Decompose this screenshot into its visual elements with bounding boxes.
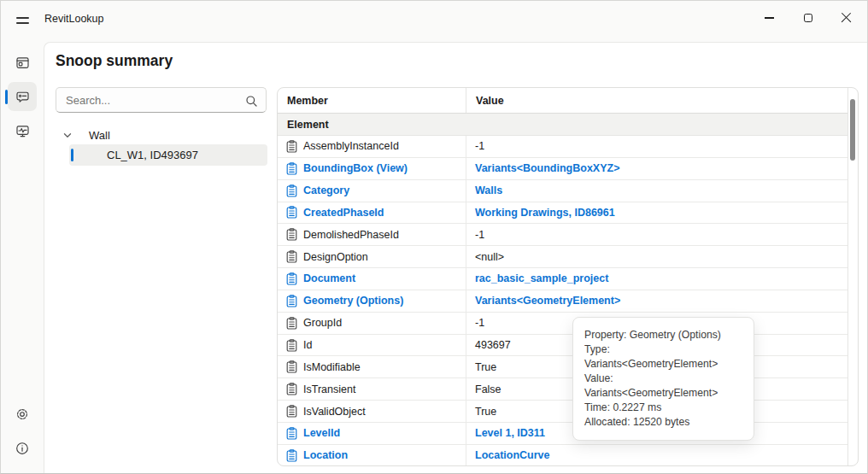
close-button[interactable] — [827, 1, 865, 35]
member-value: False — [475, 383, 501, 395]
table-row[interactable]: BoundingBox (View)Variants<BoundingBoxXY… — [278, 158, 847, 180]
minimize-icon — [765, 17, 774, 18]
content-card: Snoop summary Wall CL_W1, ID493697 — [44, 42, 867, 473]
member-value: -1 — [475, 317, 484, 329]
member-value: Working Drawings, ID86961 — [475, 207, 615, 219]
hamburger-icon — [16, 17, 29, 19]
table-row[interactable]: CreatedPhaseIdWorking Drawings, ID86961 — [278, 202, 847, 225]
table-row[interactable]: IsValidObjectTrue — [278, 401, 847, 423]
sidebar-bottom — [1, 400, 44, 468]
sidebar-item-dashboard[interactable] — [8, 48, 37, 77]
close-icon — [841, 13, 852, 24]
member-name: Category — [303, 184, 349, 196]
member-name: AssemblyInstanceId — [303, 140, 399, 152]
table-row[interactable]: AssemblyInstanceId-1 — [278, 136, 847, 158]
hamburger-icon — [16, 22, 29, 24]
sidebar-item-snoop-summary[interactable] — [8, 82, 37, 111]
clipboard-icon — [286, 427, 297, 440]
member-name: Id — [303, 339, 312, 351]
member-value: <null> — [475, 251, 504, 263]
member-value: 493697 — [475, 339, 511, 351]
table-content: Member Value Element AssemblyInstanceId-… — [278, 88, 848, 465]
clipboard-icon — [286, 449, 297, 462]
member-value: Level 1, ID311 — [475, 427, 545, 439]
table-body: AssemblyInstanceId-1 BoundingBox (View)V… — [278, 136, 847, 466]
table-row[interactable]: DemolishedPhaseId-1 — [278, 224, 847, 246]
maximize-button[interactable] — [789, 1, 827, 35]
table-row[interactable]: Geometry (Options)Variants<GeometryEleme… — [278, 290, 847, 313]
member-name: DesignOption — [303, 251, 368, 263]
search-icon — [245, 95, 258, 111]
member-value: -1 — [475, 140, 484, 152]
table-row[interactable]: LocationLocationCurve — [278, 445, 847, 466]
member-table: Member Value Element AssemblyInstanceId-… — [277, 87, 859, 466]
table-row[interactable]: DesignOption<null> — [278, 246, 847, 268]
member-value: Variants<BoundingBoxXYZ> — [475, 162, 619, 174]
snoop-icon — [15, 90, 30, 104]
member-value: Variants<GeometryElement> — [475, 295, 620, 307]
table-header: Member Value — [278, 88, 847, 114]
minimize-button[interactable] — [750, 1, 789, 35]
selection-indicator — [5, 90, 8, 104]
maximize-icon — [804, 14, 812, 22]
clipboard-icon — [286, 228, 297, 241]
member-value: LocationCurve — [475, 449, 550, 461]
window-controls — [750, 1, 865, 35]
tree-item-selected[interactable]: CL_W1, ID493697 — [69, 144, 267, 166]
member-value: True — [475, 361, 496, 373]
tooltip-line: Time: 0.2227 ms — [584, 401, 742, 415]
member-name: LevelId — [303, 427, 340, 439]
tooltip: Property: Geometry (Options)Type: Varian… — [572, 317, 754, 441]
table-row[interactable]: GroupId-1 — [278, 313, 847, 335]
titlebar: RevitLookup — [1, 1, 867, 42]
member-column-header[interactable]: Member — [278, 88, 466, 113]
hamburger-menu-button[interactable] — [10, 9, 34, 32]
member-value: -1 — [475, 229, 484, 241]
clipboard-icon — [286, 140, 297, 153]
clipboard-icon — [286, 295, 297, 307]
table-row[interactable]: Id493697 — [278, 335, 847, 357]
member-name: DemolishedPhaseId — [303, 229, 399, 241]
member-value: True — [475, 406, 496, 418]
chevron-down-icon[interactable] — [63, 132, 72, 138]
tooltip-line: Type: Variants<GeometryElement> — [584, 342, 742, 372]
table-row[interactable]: IsModifiableTrue — [278, 356, 847, 378]
member-name: CreatedPhaseId — [303, 207, 384, 219]
revitlookup-window: RevitLookup — [0, 0, 868, 474]
table-row[interactable]: CategoryWalls — [278, 180, 847, 202]
member-name: IsValidObject — [303, 406, 366, 418]
clipboard-icon — [286, 339, 297, 352]
sidebar-item-settings[interactable] — [8, 400, 37, 429]
search-input[interactable] — [56, 88, 266, 112]
dashboard-icon — [15, 56, 30, 70]
value-column-header[interactable]: Value — [466, 88, 847, 113]
clipboard-icon — [286, 250, 297, 263]
tree-item-label: CL_W1, ID493697 — [107, 149, 198, 161]
sidebar-item-event-monitor[interactable] — [8, 116, 37, 145]
table-group-row[interactable]: Element — [278, 114, 847, 136]
clipboard-icon — [286, 317, 297, 330]
member-name: GroupId — [303, 317, 342, 329]
tree-node-wall[interactable]: Wall — [56, 125, 267, 145]
member-name: Geometry (Options) — [303, 295, 403, 307]
member-name: IsModifiable — [303, 361, 361, 373]
vertical-scrollbar[interactable] — [850, 99, 855, 161]
table-row[interactable]: LevelIdLevel 1, ID311 — [278, 423, 847, 445]
table-row[interactable]: IsTransientFalse — [278, 378, 847, 401]
sidebar-item-about[interactable] — [8, 434, 37, 463]
table-row[interactable]: Documentrac_basic_sample_project — [278, 268, 847, 290]
member-name: BoundingBox (View) — [303, 162, 408, 174]
member-name: IsTransient — [303, 383, 355, 395]
member-value: rac_basic_sample_project — [475, 272, 608, 284]
app-title: RevitLookup — [44, 13, 104, 25]
search-box — [56, 87, 267, 113]
member-name: Location — [303, 449, 348, 461]
clipboard-icon — [286, 206, 297, 219]
tooltip-line: Allocated: 12520 bytes — [584, 415, 742, 430]
monitor-pulse-icon — [15, 124, 30, 138]
gear-icon — [15, 407, 30, 422]
clipboard-icon — [286, 272, 297, 285]
page-title: Snoop summary — [56, 52, 173, 70]
info-icon — [15, 441, 30, 456]
clipboard-icon — [286, 184, 297, 197]
